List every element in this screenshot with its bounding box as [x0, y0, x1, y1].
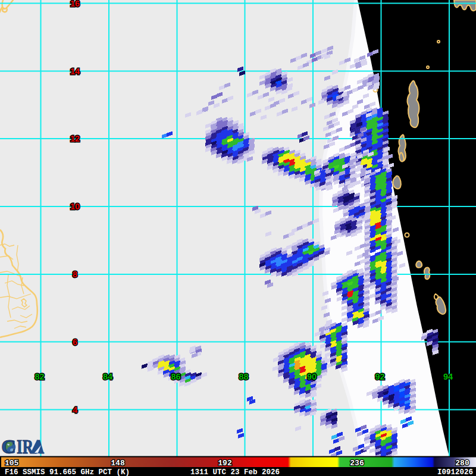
svg-text:92: 92 [375, 372, 384, 381]
svg-text:12: 12 [70, 134, 80, 143]
svg-text:88: 88 [239, 372, 248, 381]
svg-text:90: 90 [307, 372, 317, 381]
svg-text:148: 148 [111, 459, 125, 468]
svg-text:10: 10 [70, 202, 80, 211]
svg-text:4: 4 [73, 405, 77, 415]
svg-text:1311 UTC 23 Feb 2026: 1311 UTC 23 Feb 2026 [190, 468, 280, 476]
svg-text:236: 236 [350, 459, 364, 468]
svg-text:192: 192 [218, 459, 232, 468]
svg-text:8: 8 [73, 270, 77, 279]
svg-text:14: 14 [70, 67, 80, 76]
svg-text:84: 84 [103, 372, 112, 381]
svg-text:105: 105 [5, 459, 19, 468]
svg-text:94: 94 [443, 372, 453, 381]
svg-text:16: 16 [70, 0, 80, 8]
svg-text:82: 82 [35, 372, 44, 381]
svg-text:86: 86 [171, 372, 180, 381]
svg-text:6: 6 [73, 337, 77, 347]
svg-text:F16 SSMIS 91.665 GHz PCT (K): F16 SSMIS 91.665 GHz PCT (K) [5, 468, 130, 476]
svg-text:280: 280 [455, 459, 469, 468]
svg-text:C: C [1, 436, 16, 458]
svg-text:I0912026: I0912026 [437, 468, 473, 476]
